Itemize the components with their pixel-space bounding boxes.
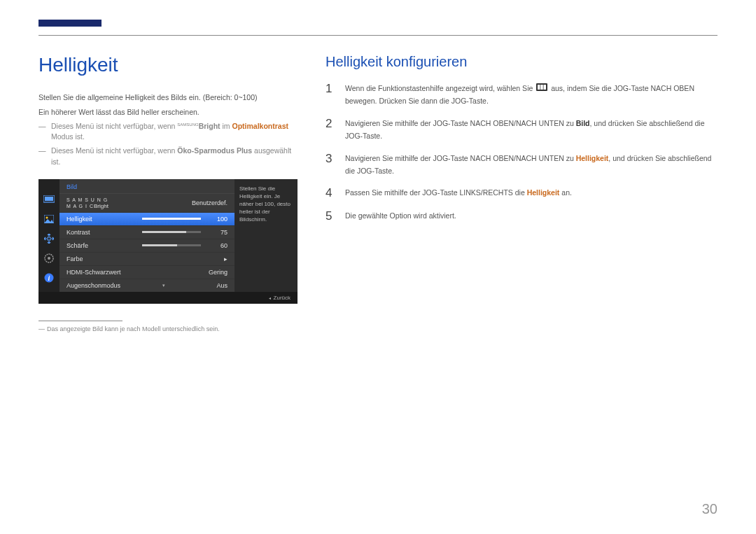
left-column: Helligkeit Stellen Sie die allgemeine He… [38, 54, 298, 332]
step-text: Passen Sie mithilfe der JOG-Taste LINKS/… [345, 187, 718, 199]
step-5: 5 Die gewählte Option wird aktiviert. [326, 210, 718, 223]
step-number: 2 [326, 118, 335, 131]
osd-slider [142, 231, 201, 233]
two-column-layout: Helligkeit Stellen Sie die allgemeine He… [38, 54, 718, 332]
osd-row-helligkeit: Helligkeit 100 [59, 213, 234, 226]
step-number: 5 [326, 210, 335, 223]
header-rule [38, 35, 718, 36]
osd-row-hdmi: HDMI-Schwarzwert Gering [59, 266, 234, 279]
svg-text:i: i [48, 274, 50, 282]
step-number: 4 [326, 187, 335, 200]
manual-page: Helligkeit Stellen Sie die allgemeine He… [0, 0, 756, 332]
steps-list: 1 Wenn die Funktionstastenhilfe angezeig… [326, 83, 718, 223]
step-text: Navigieren Sie mithilfe der JOG-Taste NA… [345, 153, 718, 178]
osd-value: Aus [206, 282, 227, 289]
step-text: Navigieren Sie mithilfe der JOG-Taste NA… [345, 118, 718, 143]
page-number: 30 [702, 501, 718, 517]
monitor-icon [43, 195, 55, 204]
osd-value: 60 [206, 242, 227, 249]
note-2-pre: Dieses Menü ist nicht verfügbar, wenn [51, 146, 177, 155]
osd-label: Kontrast [66, 229, 136, 236]
footnote: Das angezeigte Bild kann je nach Modell … [38, 325, 298, 332]
osd-slider [142, 218, 201, 220]
osd-value: Benutzerdef. [192, 199, 227, 206]
note-1-accent: Optimalkontrast [232, 122, 289, 130]
back-arrow-icon: ◂ [269, 296, 271, 300]
svg-rect-10 [538, 85, 540, 90]
note-1-pre: Dieses Menü ist nicht verfügbar, wenn [51, 122, 177, 130]
step-3: 3 Navigieren Sie mithilfe der JOG-Taste … [326, 153, 718, 178]
footnote-rule [38, 321, 122, 321]
svg-point-6 [48, 257, 50, 260]
intro-text-1: Stellen Sie die allgemeine Helligkeit de… [38, 92, 298, 104]
page-title: Helligkeit [38, 54, 298, 76]
osd-row-augen: Augenschonmodus ▾ Aus [59, 279, 234, 292]
svg-point-3 [46, 216, 48, 218]
osd-row-schaerfe: Schärfe 60 [59, 239, 234, 253]
svg-rect-1 [45, 197, 53, 201]
osd-info-panel: Stellen Sie die Helligkeit ein. Je näher… [234, 179, 298, 292]
osd-row-farbe: Farbe ▸ [59, 253, 234, 266]
osd-value: Gering [209, 269, 227, 276]
picture-icon [43, 214, 55, 224]
osd-value: 100 [206, 216, 227, 223]
step-text: Wenn die Funktionstastenhilfe angezeigt … [345, 83, 718, 108]
step-number: 1 [326, 83, 335, 96]
osd-label: Augenschonmodus [66, 282, 120, 289]
note-1-post: Modus ist. [51, 132, 85, 141]
intro-text-2: Ein höherer Wert lässt das Bild heller e… [38, 106, 298, 118]
osd-value: 75 [206, 229, 227, 236]
osd-slider [142, 244, 201, 246]
section-title: Helligkeit konfigurieren [326, 54, 718, 70]
step-1: 1 Wenn die Funktionstastenhilfe angezeig… [326, 83, 718, 108]
step-text: Die gewählte Option wird aktiviert. [345, 210, 718, 223]
osd-label: Schärfe [66, 242, 136, 249]
note-2: Dieses Menü ist nicht verfügbar, wenn Ök… [38, 146, 298, 168]
step-4: 4 Passen Sie mithilfe der JOG-Taste LINK… [326, 187, 718, 200]
osd-header: Bild [59, 179, 234, 194]
osd-menu: Bild S A M S U N G M A G I CBright Benut… [59, 179, 234, 292]
info-icon: i [43, 273, 55, 283]
osd-footer-label: Zurück [274, 295, 290, 301]
menu-icon [536, 83, 547, 95]
svg-rect-12 [544, 85, 547, 90]
osd-row-magicbright: S A M S U N G M A G I CBright Benutzerde… [59, 194, 234, 213]
svg-rect-11 [540, 85, 543, 90]
step-2: 2 Navigieren Sie mithilfe der JOG-Taste … [326, 118, 718, 143]
magic-small: SAMSUNG [177, 122, 198, 126]
svg-rect-4 [48, 237, 50, 240]
osd-label: S A M S U N G M A G I CBright [66, 197, 136, 209]
note-2-accent: Öko-Sparmodus Plus [177, 146, 252, 155]
osd-screenshot: i Bild S A M S U N G M A G I CBright Be [38, 179, 298, 304]
note-1-mid: im [220, 122, 232, 130]
right-column: Helligkeit konfigurieren 1 Wenn die Funk… [326, 54, 718, 332]
osd-label: HDMI-Schwarzwert [66, 269, 121, 276]
osd-sidebar: i [38, 179, 59, 292]
chevron-down-icon: ▾ [120, 283, 206, 288]
osd-value: ▸ [206, 255, 227, 262]
osd-label: Farbe [66, 255, 136, 262]
osd-label: Helligkeit [66, 216, 136, 223]
magic-bright: Bright [199, 122, 220, 130]
resize-icon [43, 234, 55, 244]
osd-footer: ◂Zurück [38, 292, 298, 304]
note-1: Dieses Menü ist nicht verfügbar, wenn SA… [38, 121, 298, 143]
osd-row-kontrast: Kontrast 75 [59, 226, 234, 239]
gear-icon [43, 253, 55, 263]
step-number: 3 [326, 153, 335, 166]
